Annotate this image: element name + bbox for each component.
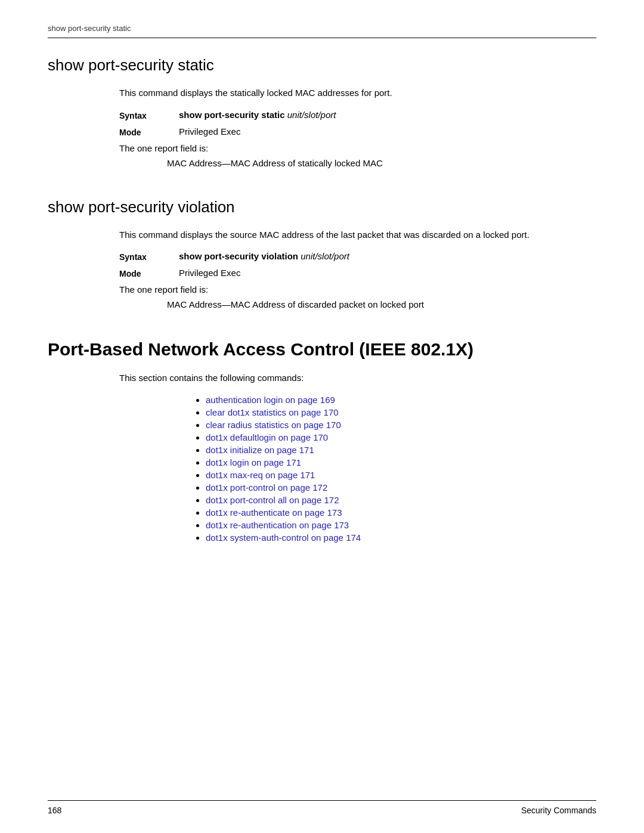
section2-report-note: The one report field is: <box>119 284 596 295</box>
command-link[interactable]: authentication login on page 169 <box>206 395 335 405</box>
section2-title: show port-security violation <box>48 198 596 216</box>
section1-report-note: The one report field is: <box>119 143 596 153</box>
chapter-section: Port-Based Network Access Control (IEEE … <box>48 339 596 543</box>
page-container: show port-security static show port-secu… <box>0 0 644 608</box>
section1-mode-value: Privileged Exec <box>179 126 240 137</box>
command-link[interactable]: dot1x port-control on page 172 <box>206 482 327 493</box>
list-item: dot1x login on page 171 <box>206 457 596 467</box>
command-link[interactable]: dot1x max-req on page 171 <box>206 470 315 480</box>
section-label: Security Commands <box>521 806 596 815</box>
section2-syntax-row: Syntax show port-security violation unit… <box>119 251 596 262</box>
page-number: 168 <box>48 806 61 815</box>
section1-syntax-label: Syntax <box>119 110 167 120</box>
list-item: dot1x port-control on page 172 <box>206 482 596 493</box>
section1-mode-row: Mode Privileged Exec <box>119 126 596 137</box>
section2-content: This command displays the source MAC add… <box>119 228 596 310</box>
list-item: dot1x port-control all on page 172 <box>206 495 596 505</box>
section2-syntax-value: show port-security violation unit/slot/p… <box>179 251 349 261</box>
section-port-security-violation: show port-security violation This comman… <box>48 198 596 310</box>
section2-syntax-italic: unit/slot/port <box>298 251 349 261</box>
command-link[interactable]: dot1x system-auth-control on page 174 <box>206 532 361 543</box>
list-item: clear radius statistics on page 170 <box>206 420 596 430</box>
section1-mode-label: Mode <box>119 126 167 137</box>
command-link[interactable]: dot1x initialize on page 171 <box>206 445 314 455</box>
list-item: dot1x re-authenticate on page 173 <box>206 507 596 518</box>
section2-mode-row: Mode Privileged Exec <box>119 268 596 278</box>
section1-report-item: MAC Address—MAC Address of statically lo… <box>167 158 596 168</box>
section2-syntax-label: Syntax <box>119 251 167 262</box>
section1-content: This command displays the statically loc… <box>119 86 596 168</box>
section2-syntax-bold: show port-security violation <box>179 251 298 261</box>
page-footer: 168 Security Commands <box>48 800 596 815</box>
section1-syntax-italic: unit/slot/port <box>285 110 336 120</box>
list-item: dot1x initialize on page 171 <box>206 445 596 455</box>
section1-description: This command displays the statically loc… <box>119 86 596 100</box>
list-item: authentication login on page 169 <box>206 395 596 405</box>
section2-mode-value: Privileged Exec <box>179 268 240 278</box>
list-item: clear dot1x statistics on page 170 <box>206 407 596 417</box>
chapter-intro: This section contains the following comm… <box>119 371 596 385</box>
section1-syntax-value: show port-security static unit/slot/port <box>179 110 336 120</box>
command-link[interactable]: dot1x re-authenticate on page 173 <box>206 507 342 518</box>
section1-syntax-row: Syntax show port-security static unit/sl… <box>119 110 596 120</box>
command-link[interactable]: clear radius statistics on page 170 <box>206 420 341 430</box>
section1-syntax-bold: show port-security static <box>179 110 285 120</box>
command-link[interactable]: clear dot1x statistics on page 170 <box>206 407 339 417</box>
section2-mode-label: Mode <box>119 268 167 278</box>
command-link[interactable]: dot1x port-control all on page 172 <box>206 495 339 505</box>
command-link[interactable]: dot1x login on page 171 <box>206 457 301 467</box>
section2-report-item: MAC Address—MAC Address of discarded pac… <box>167 299 596 309</box>
command-link[interactable]: dot1x re-authentication on page 173 <box>206 520 349 530</box>
list-item: dot1x system-auth-control on page 174 <box>206 532 596 543</box>
chapter-title: Port-Based Network Access Control (IEEE … <box>48 339 596 360</box>
command-link[interactable]: dot1x defaultlogin on page 170 <box>206 432 328 442</box>
section-port-security-static: show port-security static This command d… <box>48 56 596 168</box>
section1-title: show port-security static <box>48 56 596 75</box>
commands-list: authentication login on page 169clear do… <box>206 395 596 543</box>
chapter-content: This section contains the following comm… <box>119 371 596 543</box>
section2-description: This command displays the source MAC add… <box>119 228 596 242</box>
list-item: dot1x max-req on page 171 <box>206 470 596 480</box>
breadcrumb: show port-security static <box>48 24 596 38</box>
list-item: dot1x defaultlogin on page 170 <box>206 432 596 442</box>
list-item: dot1x re-authentication on page 173 <box>206 520 596 530</box>
